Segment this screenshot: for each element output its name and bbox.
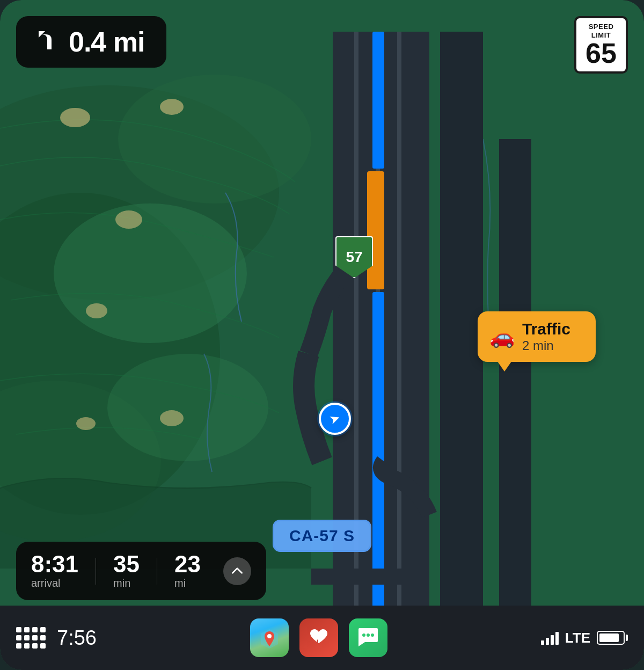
- map-view[interactable]: 57 ➤ 🚗 Traffic 2 min CA-57 S 0.4 mi SPEE…: [0, 0, 644, 670]
- svg-text:i: i: [317, 638, 318, 644]
- battery-icon: [597, 631, 628, 645]
- svg-point-21: [76, 417, 96, 430]
- nav-distance: 0.4 mi: [69, 26, 144, 58]
- svg-rect-7: [440, 32, 483, 638]
- min-value: 35: [113, 552, 140, 576]
- signal-bar-3: [551, 635, 554, 645]
- dock-right: LTE: [541, 630, 628, 646]
- signal-bar-4: [555, 632, 559, 645]
- svg-rect-13: [372, 32, 384, 169]
- mi-label: mi: [174, 577, 186, 589]
- speed-limit-sign: SPEEDLIMIT 65: [574, 16, 628, 74]
- trip-info-panel: 8:31 arrival 35 min 23 mi: [16, 542, 266, 600]
- svg-point-31: [371, 633, 374, 637]
- dock-apps: i: [250, 618, 387, 657]
- bottom-bar: 7:56 i: [0, 606, 644, 670]
- svg-point-17: [160, 99, 184, 115]
- grid-dot: [16, 635, 21, 640]
- grid-dot: [16, 643, 21, 649]
- svg-point-2: [118, 75, 311, 203]
- battery-tip: [626, 635, 628, 641]
- svg-point-25: [267, 634, 272, 638]
- maps-app-icon[interactable]: [250, 618, 289, 657]
- turn-arrow-icon: [31, 28, 59, 56]
- traffic-car-icon: 🚗: [489, 325, 515, 348]
- nav-instruction: 0.4 mi: [16, 16, 166, 68]
- traffic-time: 2 min: [522, 338, 570, 353]
- grid-dot: [32, 643, 38, 649]
- svg-point-19: [86, 303, 107, 318]
- signal-bar-1: [541, 640, 544, 645]
- signal-bar-2: [546, 638, 549, 645]
- grid-dot: [24, 643, 30, 649]
- trip-divider-1: [96, 558, 96, 585]
- grid-dot: [40, 627, 46, 632]
- highway-shield: 57: [335, 236, 373, 278]
- min-stat: 35 min: [113, 552, 140, 589]
- arrival-value: 8:31: [31, 552, 78, 576]
- svg-rect-8: [499, 139, 531, 622]
- grid-dot: [24, 627, 30, 632]
- signal-bars-icon: [541, 631, 559, 645]
- mi-stat: 23 mi: [174, 552, 201, 589]
- svg-point-18: [115, 210, 142, 229]
- route-badge: CA-57 S: [273, 520, 371, 552]
- speed-limit-value: 65: [583, 39, 619, 67]
- grid-dot: [40, 635, 46, 640]
- traffic-callout[interactable]: 🚗 Traffic 2 min: [478, 311, 596, 362]
- grid-dot: [24, 635, 30, 640]
- highway-number: 57: [346, 249, 362, 266]
- status-time: 7:56: [57, 627, 97, 650]
- grid-dot: [16, 627, 21, 632]
- carrier-label: LTE: [565, 630, 590, 646]
- iheart-app-icon[interactable]: i: [299, 618, 338, 657]
- messages-app-icon[interactable]: [349, 618, 387, 657]
- dock-left: 7:56: [16, 627, 97, 650]
- speed-limit-header: SPEEDLIMIT: [583, 23, 619, 39]
- arrival-label: arrival: [31, 577, 60, 589]
- route-label: CA-57 S: [289, 527, 355, 544]
- expand-button[interactable]: [223, 557, 251, 585]
- arrival-stat: 8:31 arrival: [31, 552, 78, 589]
- mi-value: 23: [174, 552, 201, 576]
- grid-dot: [32, 627, 38, 632]
- battery-body: [597, 631, 625, 645]
- traffic-label: Traffic: [522, 320, 570, 338]
- svg-rect-11: [397, 32, 401, 638]
- battery-fill: [599, 633, 619, 642]
- grid-dot: [32, 635, 38, 640]
- min-label: min: [113, 577, 130, 589]
- svg-point-5: [107, 354, 268, 461]
- trip-divider-2: [157, 558, 157, 585]
- location-dot: ➤: [319, 403, 351, 435]
- home-grid-icon[interactable]: [16, 627, 44, 649]
- svg-point-4: [54, 203, 247, 343]
- svg-point-20: [160, 410, 184, 426]
- grid-dot: [40, 643, 46, 649]
- svg-point-30: [367, 633, 370, 637]
- svg-point-16: [60, 108, 90, 127]
- svg-rect-15: [311, 569, 429, 585]
- svg-point-29: [362, 633, 365, 637]
